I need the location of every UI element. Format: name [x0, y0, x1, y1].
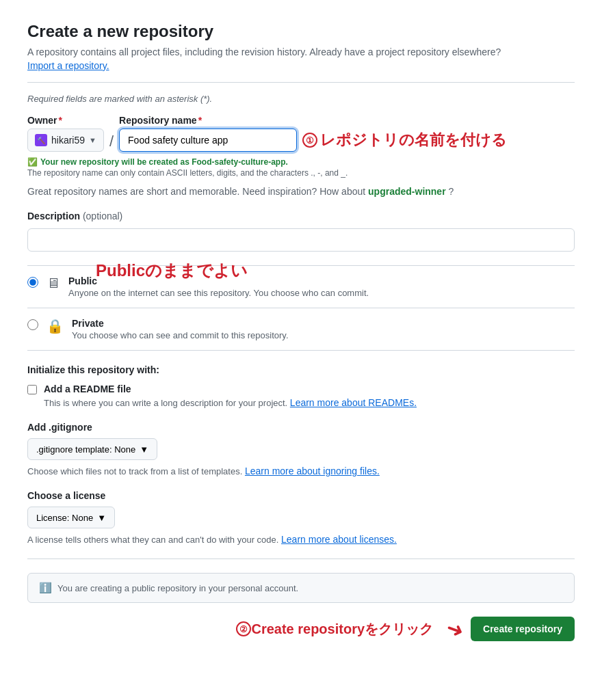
description-label: Description (optional) [27, 211, 575, 221]
annotation-1-text: レポジトリの名前を付ける [320, 130, 507, 150]
license-select-label: License: None [36, 513, 93, 523]
license-select-button[interactable]: License: None ▼ [27, 507, 115, 528]
owner-value: hikari59 [51, 135, 85, 146]
info-text: You are creating a public repository in … [57, 583, 298, 593]
license-dropdown-arrow: ▼ [97, 513, 106, 523]
readme-desc: This is where you can write a long descr… [44, 397, 575, 408]
annotation-2-text: Create repositoryをクリック [251, 620, 433, 638]
private-icon: 🔒 [47, 318, 64, 334]
slash-separator: / [109, 133, 114, 152]
init-title: Initialize this repository with: [27, 364, 575, 375]
gitignore-hint: Choose which files not to track from a l… [27, 466, 575, 476]
info-icon: ℹ️ [39, 582, 52, 594]
public-desc: Anyone on the internet can see this repo… [68, 288, 575, 298]
owner-dropdown-arrow: ▼ [89, 136, 96, 144]
readme-learn-more-link[interactable]: Learn more about READMEs. [290, 397, 417, 408]
license-learn-more-link[interactable]: Learn more about licenses. [281, 534, 397, 545]
gitignore-select-button[interactable]: .gitignore template: None ▼ [27, 438, 157, 460]
info-bar: ℹ️ You are creating a public repository … [27, 573, 575, 603]
public-icon: 🖥 [47, 275, 60, 291]
gitignore-select-label: .gitignore template: None [36, 444, 135, 455]
private-desc: You choose who can see and commit to thi… [72, 330, 575, 340]
annotation-2-badge: ② [236, 621, 251, 636]
public-annotation-jp: Publicのままでよい [96, 260, 248, 282]
gitignore-learn-more-link[interactable]: Learn more about ignoring files. [245, 466, 380, 476]
readme-checkbox[interactable] [27, 385, 37, 394]
gitignore-dropdown-arrow: ▼ [140, 444, 148, 455]
readme-label[interactable]: Add a README file [44, 383, 131, 394]
validation-success: ✅ Your new repository will be created as… [27, 157, 575, 167]
description-input[interactable] [27, 228, 575, 252]
create-repository-button[interactable]: Create repository [471, 617, 575, 641]
suggestion-text: Great repository names are short and mem… [27, 186, 575, 197]
page-subtitle: A repository contains all project files,… [27, 46, 575, 57]
repo-name-label: Repository name* [119, 115, 575, 126]
private-radio[interactable] [27, 319, 38, 330]
gitignore-title: Add .gitignore [27, 422, 575, 433]
annotation-1-badge: ① [302, 133, 317, 148]
owner-avatar: 🔨 [35, 134, 47, 146]
suggestion-link[interactable]: upgraded-winner [368, 186, 446, 197]
required-note: Required fields are marked with an aster… [27, 94, 575, 104]
checkmark-icon: ✅ [27, 157, 38, 167]
repo-name-input[interactable] [119, 129, 297, 152]
validation-hint: The repository name can only contain ASC… [27, 168, 575, 178]
owner-select[interactable]: 🔨 hikari59 ▼ [27, 129, 104, 152]
public-radio[interactable] [27, 277, 38, 288]
private-radio-option[interactable]: 🔒 Private You choose who can see and com… [27, 308, 575, 351]
red-arrow-icon: ➜ [443, 615, 467, 643]
private-label: Private [72, 318, 575, 329]
import-repository-link[interactable]: Import a repository. [27, 60, 109, 71]
license-hint: A license tells others what they can and… [27, 534, 575, 545]
license-title: Choose a license [27, 490, 575, 501]
page-title: Create a new repository [27, 22, 575, 41]
owner-label: Owner* [27, 115, 104, 126]
